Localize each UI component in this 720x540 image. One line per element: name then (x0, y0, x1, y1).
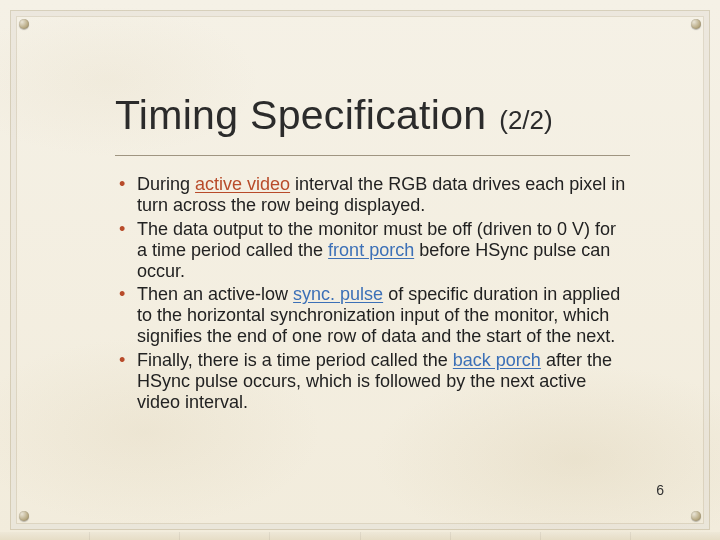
thumbnail (360, 532, 450, 540)
bullet-item: During active video interval the RGB dat… (115, 174, 626, 216)
thumbnail (89, 532, 179, 540)
corner-rivet-icon (19, 511, 29, 521)
bullet-text: Finally, there is a time period called t… (137, 350, 453, 370)
highlight-active-video: active video (195, 174, 290, 194)
content-area: Timing Specification (2/2) During active… (0, 0, 720, 413)
thumbnail (269, 532, 359, 540)
thumbnail (540, 532, 630, 540)
thumbnail (450, 532, 540, 540)
bullet-item: Finally, there is a time period called t… (115, 350, 626, 413)
page-number: 6 (656, 482, 664, 498)
corner-rivet-icon (691, 511, 701, 521)
thumbnail (630, 532, 720, 540)
bullet-text: Then an active-low (137, 284, 293, 304)
thumbnail-strip (0, 532, 720, 540)
bullet-text: During (137, 174, 195, 194)
highlight-front-porch: front porch (328, 240, 414, 260)
bullet-list: During active video interval the RGB dat… (115, 174, 630, 413)
highlight-sync-pulse: sync. pulse (293, 284, 383, 304)
thumbnail (0, 532, 89, 540)
highlight-back-porch: back porch (453, 350, 541, 370)
thumbnail (179, 532, 269, 540)
title-underline (115, 155, 630, 156)
bullet-item: The data output to the monitor must be o… (115, 219, 626, 282)
slide: Timing Specification (2/2) During active… (0, 0, 720, 540)
slide-title: Timing Specification (2/2) (115, 92, 630, 139)
title-main: Timing Specification (115, 92, 486, 138)
title-counter: (2/2) (499, 105, 552, 135)
bullet-item: Then an active-low sync. pulse of specif… (115, 284, 626, 347)
